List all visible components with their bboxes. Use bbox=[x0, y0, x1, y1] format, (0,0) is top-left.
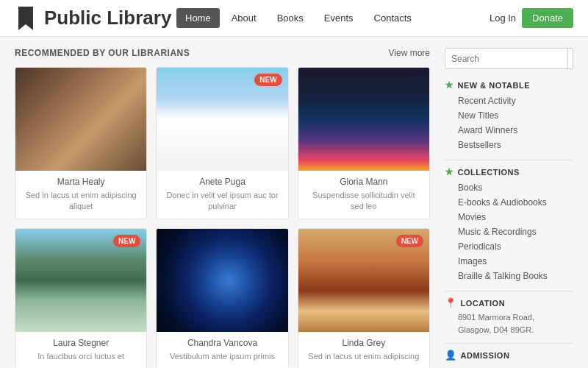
card-4-image bbox=[157, 229, 287, 332]
cards-grid: Marta Healy Sed in lacus ut enim adipisc… bbox=[15, 67, 430, 368]
bookmark-icon bbox=[15, 5, 37, 32]
card-0[interactable]: Marta Healy Sed in lacus ut enim adipisc… bbox=[15, 67, 147, 219]
card-2-desc: Suspendisse sollicitudin velit sed leo bbox=[306, 190, 422, 213]
star-icon-2: ★ bbox=[445, 166, 454, 177]
sidebar-link-images[interactable]: Images bbox=[445, 254, 573, 269]
section-title: RECOMMENDED BY OUR LIBRARIANS bbox=[15, 48, 190, 58]
search-input[interactable] bbox=[445, 49, 567, 68]
view-more-link[interactable]: View more bbox=[389, 48, 430, 58]
card-3-name: Laura Stegner bbox=[23, 338, 139, 348]
logo-text: Public Library bbox=[44, 7, 171, 29]
nav-books[interactable]: Books bbox=[268, 8, 312, 28]
donate-button[interactable]: Donate bbox=[522, 8, 573, 28]
card-1-desc: Donec in velit vel ipsum auc tor pulvina… bbox=[164, 190, 280, 213]
card-0-body: Marta Healy Sed in lacus ut enim adipisc… bbox=[15, 171, 146, 219]
search-button[interactable]: 🔍 bbox=[567, 49, 573, 68]
card-2-name: Gloria Mann bbox=[306, 177, 422, 187]
search-box[interactable]: 🔍 bbox=[445, 48, 573, 69]
sidebar-location-address: 8901 Marmora Road,Glasgow, D04 89GR. bbox=[445, 311, 573, 336]
card-4-body: Chandra Vancova Vestibulum ante ipsum pr… bbox=[157, 332, 287, 368]
sidebar-link-ebooks[interactable]: E-books & Audiobooks bbox=[445, 195, 573, 210]
card-2-body: Gloria Mann Suspendisse sollicitudin vel… bbox=[298, 171, 429, 219]
sidebar-link-movies[interactable]: Movies bbox=[445, 210, 573, 224]
card-4-desc: Vestibulum ante ipsum primis bbox=[164, 351, 280, 362]
nav-about[interactable]: About bbox=[223, 8, 265, 28]
card-1[interactable]: NEW Anete Puga Donec in velit vel ipsum … bbox=[156, 67, 288, 219]
nav-home[interactable]: Home bbox=[176, 8, 220, 28]
card-1-new-badge: NEW bbox=[254, 74, 282, 86]
star-icon: ★ bbox=[445, 79, 454, 91]
sidebar-divider-3 bbox=[445, 343, 573, 344]
card-1-body: Anete Puga Donec in velit vel ipsum auc … bbox=[157, 171, 287, 219]
main-container: RECOMMENDED BY OUR LIBRARIANS View more … bbox=[0, 37, 588, 368]
sidebar-link-bestsellers[interactable]: Bestsellers bbox=[445, 138, 573, 152]
sidebar-admission-title: 👤 ADMISSION bbox=[445, 350, 573, 361]
card-0-name: Marta Healy bbox=[23, 177, 139, 187]
header: Public Library Home About Books Events C… bbox=[0, 0, 588, 37]
card-4[interactable]: Chandra Vancova Vestibulum ante ipsum pr… bbox=[156, 228, 288, 368]
sidebar-link-books[interactable]: Books bbox=[445, 180, 573, 195]
sidebar-link-recent-activity[interactable]: Recent Activity bbox=[445, 93, 573, 108]
section-header: RECOMMENDED BY OUR LIBRARIANS View more bbox=[15, 48, 430, 58]
card-5-new-badge: NEW bbox=[396, 235, 423, 247]
sidebar-link-award-winners[interactable]: Award Winners bbox=[445, 123, 573, 138]
card-3[interactable]: NEW Laura Stegner In faucibus orci luctu… bbox=[15, 228, 147, 368]
nav-events[interactable]: Events bbox=[315, 8, 362, 28]
header-actions: Log In Donate bbox=[490, 8, 573, 28]
sidebar-new-notable: ★ NEW & NOTABLE Recent Activity New Titl… bbox=[445, 79, 573, 152]
sidebar-link-periodicals[interactable]: Periodicals bbox=[445, 239, 573, 254]
sidebar-location-title: 📍 LOCATION bbox=[445, 297, 573, 308]
sidebar-link-braille[interactable]: Braille & Talking Books bbox=[445, 269, 573, 283]
sidebar-new-notable-title: ★ NEW & NOTABLE bbox=[445, 79, 573, 91]
nav-contacts[interactable]: Contacts bbox=[365, 8, 420, 28]
sidebar-admission: 👤 ADMISSION bbox=[445, 350, 573, 361]
card-5-name: Linda Grey bbox=[306, 338, 422, 348]
card-5[interactable]: NEW Linda Grey Sed in lacus ut enim adip… bbox=[298, 228, 430, 368]
sidebar-divider-2 bbox=[445, 291, 573, 291]
sidebar-divider-1 bbox=[445, 160, 573, 160]
card-4-name: Chandra Vancova bbox=[164, 338, 280, 348]
card-0-image bbox=[15, 68, 146, 171]
card-2[interactable]: Gloria Mann Suspendisse sollicitudin vel… bbox=[298, 67, 430, 219]
sidebar-link-music[interactable]: Music & Recordings bbox=[445, 224, 573, 239]
card-5-body: Linda Grey Sed in lacus ut enim adipisci… bbox=[298, 332, 429, 368]
main-nav: Home About Books Events Contacts bbox=[176, 8, 490, 28]
sidebar-collections: ★ COLLECTIONS Books E-books & Audiobooks… bbox=[445, 166, 573, 283]
logo-area: Public Library bbox=[15, 5, 176, 32]
content-area: RECOMMENDED BY OUR LIBRARIANS View more … bbox=[15, 48, 430, 368]
card-1-name: Anete Puga bbox=[164, 177, 280, 187]
pin-icon: 📍 bbox=[445, 297, 457, 308]
sidebar-location: 📍 LOCATION 8901 Marmora Road,Glasgow, D0… bbox=[445, 297, 573, 336]
sidebar: 🔍 ★ NEW & NOTABLE Recent Activity New Ti… bbox=[445, 48, 573, 368]
sidebar-collections-title: ★ COLLECTIONS bbox=[445, 166, 573, 177]
card-3-desc: In faucibus orci luctus et bbox=[23, 351, 139, 362]
person-icon: 👤 bbox=[445, 350, 457, 361]
card-0-desc: Sed in lacus ut enim adipiscing aliquet bbox=[23, 190, 139, 213]
card-5-desc: Sed in lacus ut enim adipiscing bbox=[306, 351, 422, 362]
card-3-body: Laura Stegner In faucibus orci luctus et bbox=[15, 332, 146, 368]
login-button[interactable]: Log In bbox=[490, 13, 516, 24]
card-3-new-badge: NEW bbox=[113, 235, 140, 247]
sidebar-link-new-titles[interactable]: New Titles bbox=[445, 108, 573, 123]
card-2-image bbox=[298, 68, 429, 171]
